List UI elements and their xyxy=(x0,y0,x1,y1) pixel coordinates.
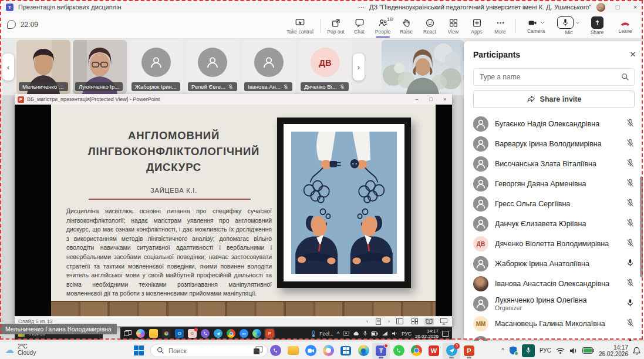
raise-hand-button[interactable]: Raise xyxy=(395,14,418,38)
window-minimize-button[interactable]: – xyxy=(591,1,609,13)
mic-muted-icon[interactable] xyxy=(626,318,635,330)
mic-muted-icon[interactable] xyxy=(626,279,635,290)
chrome-icon[interactable] xyxy=(407,343,425,359)
normal-view-button[interactable] xyxy=(395,318,404,326)
volume-icon[interactable] xyxy=(569,347,578,354)
shared-photos-icon[interactable] xyxy=(162,329,171,338)
shared-powerpoint-icon[interactable]: P xyxy=(265,329,274,338)
active-speaker-video[interactable] xyxy=(382,40,464,94)
zoom-icon[interactable] xyxy=(302,343,319,359)
participant-row[interactable]: Геворгян Даяна Арменівна xyxy=(464,174,644,194)
mic-muted-icon[interactable] xyxy=(626,219,635,230)
share-button[interactable]: Share xyxy=(585,14,609,38)
notes-icon[interactable] xyxy=(373,318,383,326)
shared-weather-label[interactable]: Feel... xyxy=(319,331,333,337)
shared-edge-icon[interactable] xyxy=(252,329,261,338)
pop-out-button[interactable]: Pop out xyxy=(324,14,348,38)
apps-button[interactable]: Apps xyxy=(465,14,488,38)
shared-outlook-icon[interactable]: O xyxy=(175,329,184,338)
task-view-button[interactable] xyxy=(249,343,267,359)
taskbar-search-input[interactable] xyxy=(168,347,257,354)
participant-row[interactable]: Височанська Злата Віталіївна xyxy=(464,154,644,174)
wps-office-icon[interactable]: W xyxy=(425,343,443,359)
shared-tray-expand-icon[interactable]: ^ xyxy=(337,331,339,337)
strip-scroll-left-button[interactable]: ‹ xyxy=(2,53,14,80)
more-button[interactable]: More xyxy=(488,14,512,38)
shared-telegram-icon[interactable] xyxy=(214,329,222,338)
shared-network-icon[interactable] xyxy=(382,331,388,336)
battery-icon[interactable] xyxy=(582,347,594,354)
participant-row[interactable]: Лукянченко Ірина Олегівна Organizer xyxy=(464,294,644,314)
shared-file-explorer-icon[interactable] xyxy=(149,329,158,338)
participant-row[interactable]: Данчук Єлизавета Юріївна xyxy=(464,214,644,234)
video-thumbnail[interactable]: Репей Євге... xyxy=(186,40,240,94)
shared-cast-icon[interactable] xyxy=(343,331,349,336)
reading-view-button[interactable] xyxy=(424,318,434,326)
mic-muted-icon[interactable] xyxy=(626,239,635,250)
microsoft-store-icon[interactable] xyxy=(337,343,355,359)
ppt-maximize-button[interactable]: □ xyxy=(424,96,438,102)
notification-bell-icon[interactable] xyxy=(633,347,640,355)
shared-battery-icon[interactable] xyxy=(371,331,378,336)
shared-mic-icon[interactable] xyxy=(363,330,367,337)
slideshow-view-button[interactable] xyxy=(439,318,449,326)
taskbar-clock[interactable]: 14:1726.02.2026 xyxy=(599,344,628,357)
titlebar-more-icon[interactable]: ··· xyxy=(358,4,365,11)
teams-icon[interactable]: T xyxy=(372,343,390,359)
mic-muted-icon[interactable] xyxy=(626,179,635,190)
participant-row[interactable]: Бугаєнко Надія Олександрівна xyxy=(464,114,644,134)
shared-cloud-icon[interactable] xyxy=(353,331,359,336)
temperature-icon[interactable] xyxy=(311,330,316,337)
window-close-button[interactable]: × xyxy=(626,1,644,13)
participant-row[interactable]: Варварук Ірина Володимирівна xyxy=(464,134,644,154)
shared-taskview-icon[interactable] xyxy=(123,329,132,338)
react-button[interactable]: React xyxy=(418,14,441,38)
participant-row[interactable]: Жаборюк Ірина Анатоліївна xyxy=(464,254,644,274)
people-button[interactable]: 18 People xyxy=(371,14,395,38)
participant-row[interactable]: ДВ Дяченко Віолетта Володимирівна xyxy=(464,234,644,254)
panel-close-icon[interactable]: × xyxy=(630,51,636,59)
take-control-button[interactable]: Take control xyxy=(284,14,316,38)
shared-viber-icon[interactable] xyxy=(201,329,210,338)
ppt-close-button[interactable]: × xyxy=(438,96,452,102)
participant-row[interactable]: ММ Масановець Галина Миколаївна xyxy=(464,314,644,334)
file-explorer-icon[interactable] xyxy=(284,343,302,359)
video-thumbnail[interactable]: Жаборюк Ірин... xyxy=(129,40,183,94)
mic-muted-icon[interactable] xyxy=(626,159,635,170)
participant-row[interactable]: Іванова Анастасія Олександрівна xyxy=(464,274,644,294)
window-maximize-button[interactable]: □ xyxy=(609,1,626,13)
mic-button[interactable]: Mic xyxy=(552,14,585,38)
start-button[interactable] xyxy=(134,345,144,355)
mic-muted-icon[interactable] xyxy=(626,199,635,210)
defender-icon[interactable] xyxy=(509,346,517,355)
shared-zoom-icon[interactable]: zm xyxy=(240,329,248,338)
camera-button[interactable]: Camera xyxy=(520,14,552,38)
language-indicator[interactable]: РУС xyxy=(540,347,551,354)
mic-muted-icon[interactable] xyxy=(626,139,635,150)
video-thumbnail[interactable]: Лукянченко Ір... xyxy=(73,40,127,94)
shared-language-indicator[interactable]: РУС xyxy=(402,331,412,337)
ppt-minimize-button[interactable]: – xyxy=(410,96,424,102)
video-thumbnail[interactable]: Мельниченко Г... xyxy=(16,40,70,94)
whatsapp-icon[interactable] xyxy=(390,343,407,359)
strip-scroll-right-button[interactable]: › xyxy=(353,53,365,80)
shared-chrome-icon[interactable] xyxy=(227,329,235,338)
edge-icon[interactable] xyxy=(355,343,372,359)
shared-copilot-icon[interactable] xyxy=(136,329,145,338)
participant-search-input[interactable] xyxy=(473,68,635,86)
tray-expand-icon[interactable]: ^ xyxy=(501,347,504,354)
share-invite-button[interactable]: Share invite xyxy=(473,90,635,108)
powerpoint-icon[interactable]: P xyxy=(460,343,478,359)
mic-on-icon[interactable] xyxy=(626,298,635,310)
video-thumbnail[interactable]: Іванова Ан... xyxy=(242,40,296,94)
shared-volume-icon[interactable] xyxy=(392,331,398,336)
mic-in-use-indicator[interactable] xyxy=(522,344,535,357)
panel-scrollbar[interactable] xyxy=(640,176,643,277)
copilot-icon[interactable] xyxy=(319,343,337,359)
leave-button[interactable]: Leave xyxy=(609,14,642,38)
shared-clock[interactable]: 14:1726.02.2026 xyxy=(415,328,439,339)
participant-row[interactable]: Гресс Ольга Сергіївна xyxy=(464,194,644,214)
mic-on-icon[interactable] xyxy=(626,259,635,270)
telegram-icon[interactable]: 3 xyxy=(443,343,460,359)
previous-slide-button[interactable]: ‹ xyxy=(366,318,368,324)
